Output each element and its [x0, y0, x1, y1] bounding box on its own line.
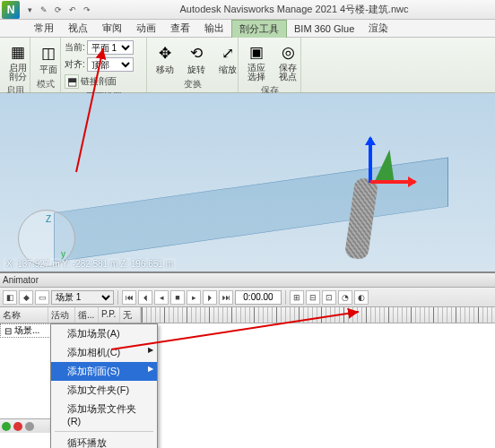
move-icon: ✥	[154, 43, 176, 65]
plane-icon: ◫	[38, 43, 59, 65]
mi-loop[interactable]: 循环播放	[51, 434, 157, 448]
col-active: 活动	[48, 307, 75, 323]
camera-icon: ◎	[277, 41, 299, 63]
align-label: 对齐:	[65, 58, 85, 71]
gizmo-z-axis[interactable]	[369, 138, 372, 183]
mi-add-camera[interactable]: 添加相机(C)	[51, 343, 157, 362]
goto-end-icon[interactable]: ⏭	[219, 290, 233, 305]
axis-z-label: Z	[46, 214, 51, 224]
rotate-icon: ⟲	[186, 43, 207, 65]
current-plane-select[interactable]: 平面 1	[87, 40, 134, 55]
anim-key-icon[interactable]: ◆	[19, 290, 33, 305]
fit-selection-button[interactable]: ▣适应 选择	[242, 39, 271, 83]
animator-titlebar: Animator	[0, 273, 495, 288]
stop-icon[interactable]: ■	[170, 290, 185, 305]
status-red-icon[interactable]	[13, 422, 22, 431]
viewport-3d[interactable]: Z y X: 137.927 m Y: -282.581 m Z: 196.65…	[0, 93, 495, 272]
mi-sep1	[55, 431, 153, 432]
play-icon[interactable]: ▸	[187, 290, 201, 305]
plane-mode-button[interactable]: ◫ 平面	[34, 41, 63, 76]
time-input[interactable]	[235, 290, 282, 305]
anim-opt3-icon[interactable]: ⊡	[322, 290, 336, 305]
expand-icon[interactable]: ⊟	[4, 326, 12, 336]
animator-panel: Animator ◧ ◆ ▭ 场景 1 ⏮ ⏴ ◂ ■ ▸ ⏵ ⏭ ⊞ ⊟ ⊡ …	[0, 272, 495, 433]
qat-undo-icon[interactable]: ↶	[66, 4, 79, 16]
tab-home[interactable]: 常用	[27, 20, 61, 37]
mi-add-scene-folder[interactable]: 添加场景文件夹(R)	[51, 400, 157, 429]
coordinate-readout: X: 137.927 m Y: -282.581 m Z: 196.651 m	[4, 258, 176, 270]
col-infinite: 无限	[120, 307, 141, 323]
context-menu: 添加场景(A) 添加相机(C) 添加剖面(S) 添加文件夹(F) 添加场景文件夹…	[50, 323, 158, 448]
anim-del-icon[interactable]: ▭	[35, 290, 49, 305]
qat-open-icon[interactable]: ✎	[38, 4, 50, 16]
tab-bim360[interactable]: BIM 360 Glue	[287, 22, 361, 36]
anim-opt5-icon[interactable]: ◐	[354, 290, 369, 305]
link-section-label[interactable]: 链接剖面	[81, 75, 117, 88]
tab-sectioning-tools[interactable]: 剖分工具	[231, 20, 287, 38]
status-grey-icon[interactable]	[25, 422, 34, 431]
window-title: Autodesk Navisworks Manage 2021 4号楼-建筑.n…	[93, 3, 495, 16]
scene-select[interactable]: 场景 1	[51, 290, 114, 305]
ribbon-tabs: 常用 视点 审阅 动画 查看 输出 剖分工具 BIM 360 Glue 渲染	[0, 20, 495, 38]
tab-view[interactable]: 查看	[163, 20, 197, 37]
enable-sectioning-button[interactable]: ▦ 启用 剖分	[4, 39, 32, 83]
col-name: 名称	[0, 307, 48, 323]
section-enable-icon: ▦	[7, 41, 29, 63]
link-section-icon[interactable]: ⬒	[65, 74, 79, 89]
scale-icon: ⤢	[217, 43, 239, 65]
anim-opt1-icon[interactable]: ⊞	[290, 290, 304, 305]
scene-tree[interactable]: 名称 活动 循... P.P. 无限 ⊟ 场景... 添加场景(A) 添加相机(…	[0, 307, 142, 433]
scene-row-label: 场景...	[14, 324, 39, 337]
timeline[interactable]	[142, 307, 495, 433]
anim-opt2-icon[interactable]: ⊟	[306, 290, 320, 305]
tab-review[interactable]: 审阅	[95, 20, 129, 37]
qat-new-icon[interactable]: ▾	[23, 4, 36, 16]
ribbon: ▦ 启用 剖分 启用 ◫ 平面 模式 当前: 平面 1 对齐: 顶部 ⬒	[0, 38, 495, 93]
tab-render[interactable]: 渲染	[361, 20, 395, 37]
gizmo-x-axis[interactable]	[370, 180, 415, 184]
status-green-icon[interactable]	[2, 422, 11, 431]
animator-toolbar: ◧ ◆ ▭ 场景 1 ⏮ ⏴ ◂ ■ ▸ ⏵ ⏭ ⊞ ⊟ ⊡ ◔ ◐	[0, 288, 495, 307]
tab-viewpoint[interactable]: 视点	[61, 20, 95, 37]
col-pp: P.P.	[99, 307, 120, 323]
mi-add-scene[interactable]: 添加场景(A)	[51, 324, 157, 343]
play-back-icon[interactable]: ◂	[154, 290, 169, 305]
app-icon[interactable]: N	[2, 1, 20, 19]
group-label-mode: 模式	[34, 77, 56, 90]
qat-redo-icon[interactable]: ↷	[81, 4, 93, 16]
mi-add-section[interactable]: 添加剖面(S)	[51, 362, 157, 381]
group-label-transform: 变换	[151, 77, 234, 90]
step-back-icon[interactable]: ⏴	[138, 290, 152, 305]
save-viewpoint-button[interactable]: ◎保存 视点	[274, 39, 302, 83]
gizmo-plane-handle[interactable]	[369, 150, 394, 182]
col-loop: 循...	[75, 307, 99, 323]
rotate-button[interactable]: ⟲旋转	[182, 41, 211, 76]
move-button[interactable]: ✥移动	[151, 41, 179, 76]
anim-add-icon[interactable]: ◧	[3, 290, 17, 305]
step-fwd-icon[interactable]: ⏵	[203, 290, 217, 305]
anim-opt4-icon[interactable]: ◔	[338, 290, 352, 305]
timeline-ruler[interactable]	[142, 307, 495, 323]
fit-icon: ▣	[246, 41, 267, 63]
qat-save-icon[interactable]: ⟳	[52, 4, 65, 16]
mi-add-folder[interactable]: 添加文件夹(F)	[51, 381, 157, 400]
align-select[interactable]: 顶部	[87, 57, 134, 72]
tab-output[interactable]: 输出	[197, 20, 231, 37]
tab-animation[interactable]: 动画	[129, 20, 163, 37]
current-plane-label: 当前:	[65, 41, 85, 54]
goto-start-icon[interactable]: ⏮	[122, 290, 136, 305]
